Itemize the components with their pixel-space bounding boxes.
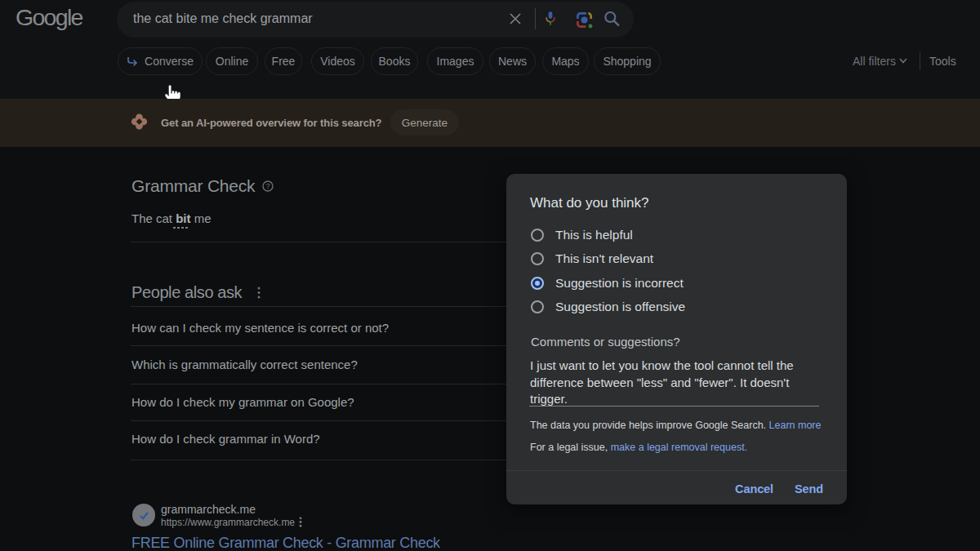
- svg-text:?: ?: [265, 182, 270, 190]
